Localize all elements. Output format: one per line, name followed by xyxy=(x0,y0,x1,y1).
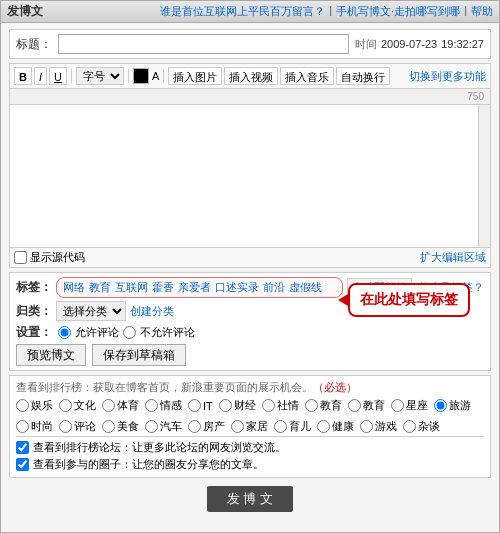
hint-text: 在此处填写标签 xyxy=(360,291,458,307)
push-cat-jiaju: 家居 xyxy=(231,419,268,434)
push-cat-radio-21[interactable] xyxy=(403,420,416,433)
push-cat-radio-15[interactable] xyxy=(145,420,158,433)
push-cat-shishang: 时尚 xyxy=(16,419,53,434)
tag-item-4[interactable]: 藿香 xyxy=(152,280,174,295)
join-checkbox-row: 查看到参与的圈子：让您的圈友分享您的文章。 xyxy=(16,456,484,473)
ruler-number: 750 xyxy=(467,91,484,102)
font-size-select[interactable]: 字号 初号 小初 一号 二号 xyxy=(76,67,124,85)
category-label: 归类： xyxy=(16,303,52,320)
titlebar-link-3[interactable]: 帮助 xyxy=(471,4,493,19)
push-cat-jiankang: 健康 xyxy=(317,419,354,434)
push-cat-youxi: 游戏 xyxy=(360,419,397,434)
title-input[interactable] xyxy=(58,34,349,54)
editor-scrollbar[interactable] xyxy=(478,105,490,247)
push-cat-yuele: 娱乐 xyxy=(16,398,53,413)
tag-item-5[interactable]: 亲爱者 xyxy=(178,280,211,295)
title-bar: 发博文 谁是首位互联网上平民百万留言？ | 手机写博文·走拍哪写到哪 | 帮助 xyxy=(1,1,499,23)
bottom-bar: 显示源代码 扩大编辑区域 xyxy=(9,248,491,268)
forum-checkbox[interactable] xyxy=(16,441,29,454)
push-cat-radio-8[interactable] xyxy=(305,399,318,412)
title-bar-links: 谁是首位互联网上平民百万留言？ | 手机写博文·走拍哪写到哪 | 帮助 xyxy=(160,4,493,19)
time-label: 时间 xyxy=(355,37,377,52)
forum-checkbox-row: 查看到排行榜论坛：让更多此论坛的网友浏览交流。 xyxy=(16,439,484,456)
create-category-link[interactable]: 创建分类 xyxy=(130,304,174,319)
more-features-link[interactable]: 切换到更多功能 xyxy=(409,69,486,84)
color-label: A xyxy=(152,70,159,82)
push-cat-yuer: 育儿 xyxy=(274,419,311,434)
tag-item-6[interactable]: 口述实录 xyxy=(215,280,259,295)
toolbar: B I U 字号 初号 小初 一号 二号 A 插入图片 插入视频 插入音乐 自动 xyxy=(9,63,491,88)
join-checkbox[interactable] xyxy=(16,458,29,471)
comment-radio-group: 允许评论 不允许评论 xyxy=(58,325,195,340)
push-cat-radio-9[interactable] xyxy=(348,399,361,412)
allow-comment-label: 允许评论 xyxy=(75,325,119,340)
auto-wrap-button[interactable]: 自动换行 xyxy=(336,67,390,85)
push-cat-caijing: 财经 xyxy=(219,398,256,413)
push-cat-radio-5[interactable] xyxy=(188,399,201,412)
push-cat-radio-20[interactable] xyxy=(360,420,373,433)
datetime-row: 时间 2009-07-23 19:32:27 xyxy=(355,37,484,52)
toolbar-sep-3 xyxy=(163,69,164,83)
push-categories: 娱乐 文化 体育 情感 IT 财经 社情 教育 教育 星座 旅游 时尚 评论 美… xyxy=(16,398,484,434)
push-cat-radio-4[interactable] xyxy=(145,399,158,412)
insert-video-button[interactable]: 插入视频 xyxy=(224,67,278,85)
push-cat-xingzuo: 星座 xyxy=(391,398,428,413)
push-cat-radio-12[interactable] xyxy=(16,420,29,433)
editor-textarea[interactable] xyxy=(10,105,490,141)
insert-image-button[interactable]: 插入图片 xyxy=(168,67,222,85)
push-cat-radio-6[interactable] xyxy=(219,399,232,412)
tags-list[interactable]: 网络 教育 互联网 藿香 亲爱者 口述实录 前沿 虚假线 xyxy=(56,277,343,298)
push-cat-radio-7[interactable] xyxy=(262,399,275,412)
titlebar-link-2[interactable]: 手机写博文·走拍哪写到哪 xyxy=(336,4,460,19)
italic-button[interactable]: I xyxy=(34,67,47,85)
tag-item-7[interactable]: 前沿 xyxy=(263,280,285,295)
tags-section: 标签： 网络 教育 互联网 藿香 亲爱者 口述实录 前沿 虚假线 自动配标签 什… xyxy=(9,272,491,371)
submit-button[interactable]: 发 博 文 xyxy=(207,486,293,512)
show-source-checkbox[interactable] xyxy=(14,251,27,264)
push-cat-radio-17[interactable] xyxy=(231,420,244,433)
insert-music-button[interactable]: 插入音乐 xyxy=(280,67,334,85)
push-cat-wenhua: 文化 xyxy=(59,398,96,413)
title-label: 标题： xyxy=(16,36,52,53)
expand-editor-link[interactable]: 扩大编辑区域 xyxy=(420,250,486,265)
titlebar-link-1[interactable]: 谁是首位互联网上平民百万留言？ xyxy=(160,4,325,19)
color-picker[interactable] xyxy=(133,68,149,84)
tag-item-1[interactable]: 网络 xyxy=(63,280,85,295)
push-cat-qinggan: 情感 xyxy=(145,398,182,413)
toolbar-sep-1 xyxy=(71,69,72,83)
push-cat-radio-19[interactable] xyxy=(317,420,330,433)
push-cat-radio-16[interactable] xyxy=(188,420,201,433)
push-cat-radio-11[interactable] xyxy=(434,399,447,412)
underline-button[interactable]: U xyxy=(49,67,67,85)
bold-button[interactable]: B xyxy=(14,67,32,85)
disallow-comment-radio[interactable] xyxy=(123,326,136,339)
push-cat-radio-2[interactable] xyxy=(59,399,72,412)
push-cat-radio-10[interactable] xyxy=(391,399,404,412)
tag-item-2[interactable]: 教育 xyxy=(89,280,111,295)
preview-button[interactable]: 预览博文 xyxy=(16,344,86,366)
push-section: 查看到排行榜：获取在博客首页，新浪重要页面的展示机会。（必选） 娱乐 文化 体育… xyxy=(9,375,491,478)
push-cat-jiaoyu2: 教育 xyxy=(348,398,385,413)
show-source: 显示源代码 xyxy=(14,250,85,265)
editor-container: B I U 字号 初号 小初 一号 二号 A 插入图片 插入视频 插入音乐 自动 xyxy=(9,63,491,268)
push-cat-radio-3[interactable] xyxy=(102,399,115,412)
push-cat-radio-1[interactable] xyxy=(16,399,29,412)
push-cat-radio-18[interactable] xyxy=(274,420,287,433)
push-cat-radio-14[interactable] xyxy=(102,420,115,433)
push-cat-fangchan: 房产 xyxy=(188,419,225,434)
date-value: 2009-07-23 xyxy=(381,38,437,50)
submit-row: 发 博 文 xyxy=(9,482,491,516)
allow-comment-radio[interactable] xyxy=(58,326,71,339)
push-title: 查看到排行榜：获取在博客首页，新浪重要页面的展示机会。（必选） xyxy=(16,380,484,395)
toolbar-sep-2 xyxy=(128,69,129,83)
save-draft-button[interactable]: 保存到草稿箱 xyxy=(92,344,186,366)
window-title: 发博文 xyxy=(7,3,43,20)
tag-item-3[interactable]: 互联网 xyxy=(115,280,148,295)
disallow-comment-label: 不允许评论 xyxy=(140,325,195,340)
tag-item-8[interactable]: 虚假线 xyxy=(289,280,322,295)
category-select[interactable]: 选择分类 xyxy=(56,301,126,321)
settings-label: 设置： xyxy=(16,324,52,341)
header-row: 标题： 时间 2009-07-23 19:32:27 xyxy=(9,29,491,59)
push-cat-radio-13[interactable] xyxy=(59,420,72,433)
editor-ruler: 750 xyxy=(10,89,490,105)
